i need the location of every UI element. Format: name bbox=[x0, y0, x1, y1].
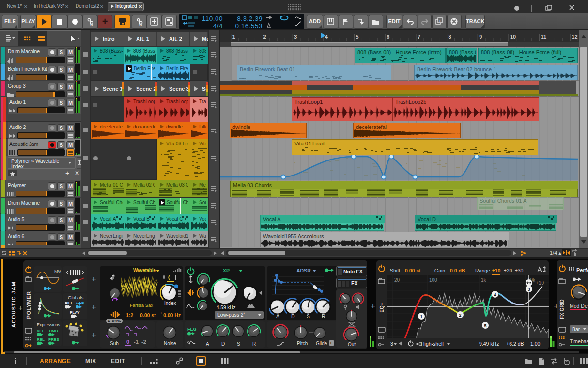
svg-text:w: w bbox=[90, 23, 93, 26]
svg-text:A◆B: A◆B bbox=[76, 301, 84, 305]
svg-text:Expressions: Expressions bbox=[37, 322, 61, 327]
svg-text:PRES: PRES bbox=[48, 337, 59, 342]
svg-text:+10: +10 bbox=[536, 280, 544, 286]
svg-text:3: 3 bbox=[294, 34, 297, 40]
svg-text:FILL: FILL bbox=[65, 301, 73, 305]
svg-text:100: 100 bbox=[429, 277, 437, 283]
svg-text:12: 12 bbox=[572, 34, 577, 40]
svg-text:4: 4 bbox=[494, 292, 496, 297]
svg-text:1: 1 bbox=[420, 314, 422, 319]
svg-text:REL: REL bbox=[37, 337, 45, 342]
svg-text:20: 20 bbox=[394, 277, 400, 283]
svg-text:MW: MW bbox=[54, 269, 61, 274]
svg-text:7: 7 bbox=[418, 34, 420, 40]
svg-text:4: 4 bbox=[325, 34, 328, 40]
svg-text:w: w bbox=[139, 23, 142, 26]
svg-text:TIMB: TIMB bbox=[48, 329, 58, 333]
svg-text:Globals: Globals bbox=[68, 295, 83, 300]
svg-text:2: 2 bbox=[459, 313, 461, 318]
svg-text:VEL: VEL bbox=[37, 329, 45, 333]
svg-text:5: 5 bbox=[484, 323, 486, 328]
svg-text:1k: 1k bbox=[481, 277, 487, 283]
svg-text:2: 2 bbox=[263, 34, 266, 40]
svg-text:10: 10 bbox=[510, 34, 516, 40]
svg-text:8: 8 bbox=[449, 34, 451, 40]
svg-text:9: 9 bbox=[479, 34, 482, 40]
svg-text:1: 1 bbox=[232, 34, 235, 40]
svg-text:6: 6 bbox=[387, 34, 389, 40]
svg-text:11: 11 bbox=[541, 34, 547, 40]
svg-text:+: + bbox=[439, 19, 441, 23]
svg-text:5: 5 bbox=[356, 34, 359, 40]
svg-text:3: 3 bbox=[527, 287, 530, 292]
svg-text:PLAY: PLAY bbox=[70, 310, 80, 315]
